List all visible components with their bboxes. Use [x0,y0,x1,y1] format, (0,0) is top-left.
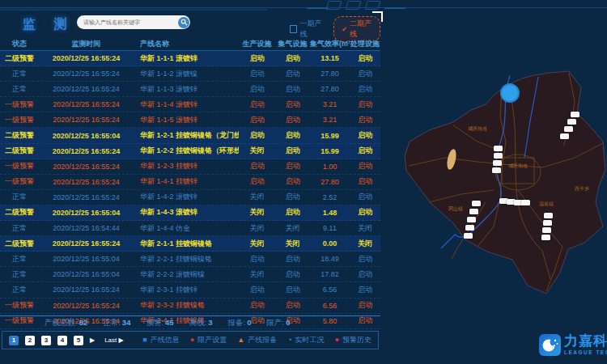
phase1-checkbox[interactable] [290,25,297,33]
table-row[interactable]: 正常 2020/12/25 16:55:04 华新 2-2-1 挂镀铜镍铬 启动… [0,252,380,267]
gas-state: 启动 [275,207,310,218]
line-name: 华新 1-1-3 滚镀锌 [134,84,239,95]
page-button[interactable]: 1 [9,336,19,345]
line-name: 华新 1-4-4 仿金 [134,223,239,234]
table-row[interactable]: 一级预警 2020/12/25 16:55:24 华新 2-3-2 挂镀镍铬 启… [0,298,380,314]
factory-marker[interactable] [571,112,579,117]
factory-marker[interactable] [492,167,501,173]
gas-state: 关闭 [275,239,310,249]
legend-icon: ● [335,336,339,344]
monitor-time: 2020/12/25 16:55:24 [39,85,134,93]
page-button[interactable]: 4 [57,336,67,345]
legend-item[interactable]: ▲ 产线报备 [237,335,277,345]
table-row[interactable]: 二级预警 2020/12/25 16:55:24 华新 1-1-1 滚镀锌 启动… [0,51,380,66]
search-box[interactable] [77,15,190,29]
status-badge: 正常 [0,285,39,295]
table-row[interactable]: 二级预警 2020/12/25 16:55:24 华新 2-1-1 挂镀铜镍铬 … [0,236,380,252]
factory-marker[interactable] [542,227,551,233]
factory-marker[interactable] [564,126,573,132]
production-state: 关闭 [239,239,275,249]
factory-marker[interactable] [521,200,530,205]
table-row[interactable]: 二级预警 2020/12/25 16:55:04 华新 1-2-1 挂镀铜镍铬（… [0,128,380,143]
legend-label: 产线报备 [248,335,277,345]
line-name: 华新 1-1-5 滚镀锌 [134,115,239,125]
efficiency-value: 1.48 [310,209,350,217]
page-button[interactable]: 5 [74,336,83,345]
factory-marker[interactable] [467,217,476,222]
monitor-time: 2020/12/25 16:55:24 [39,147,134,155]
line-name: 华新 1-2-3 挂镀锌 [134,161,239,171]
gas-state: 启动 [275,161,310,171]
summary-item: 产线总数:82 [45,318,87,328]
page-button[interactable]: 3 [41,336,51,345]
next-page-button[interactable]: ▶ [90,336,95,344]
status-badge: 一级预警 [0,115,39,125]
treatment-state: 关闭 [350,223,380,234]
col-treatment: 处理设施 [350,39,380,50]
factory-marker[interactable] [494,153,503,159]
legend-item[interactable]: ● 预警历史 [335,335,371,345]
table-row[interactable]: 一级预警 2020/12/25 16:55:24 华新 1-1-5 滚镀锌 启动… [0,112,380,128]
production-state: 关闭 [239,207,275,218]
factory-marker[interactable] [543,220,552,226]
topbar: 监 测 一期产线 ✔ 二期产线 [0,10,380,37]
efficiency-value: 18.49 [310,255,350,263]
table-row[interactable]: 一级预警 2020/12/25 16:55:24 华新 1-4-1 挂镀锌 启动… [0,175,380,190]
status-badge: 正常 [0,69,39,79]
table-row[interactable]: 正常 2020/12/25 16:55:24 华新 1-4-2 滚镀锌 关闭 启… [0,190,380,205]
factory-marker[interactable] [560,133,569,139]
table-row[interactable]: 二级预警 2020/12/25 16:55:04 华新 1-4-3 滚镀锌 关闭… [0,205,380,221]
table-row[interactable]: 正常 2020/12/25 16:55:04 华新 2-2-2 滚镀铜镍 关闭 … [0,267,380,282]
efficiency-value: 15.99 [310,132,350,140]
last-page-button[interactable]: Last ▶ [104,336,124,344]
table-row[interactable]: 正常 2020/12/25 16:55:24 华新 1-1-2 滚镀镍 启动 启… [0,66,380,82]
efficiency-value: 27.80 [310,85,350,93]
factory-marker[interactable] [567,119,576,125]
status-badge: 一级预警 [0,161,39,171]
factory-marker[interactable] [541,235,550,240]
table-row[interactable]: 一级预警 2020/12/25 16:55:24 华新 1-2-3 挂镀锌 启动… [0,159,380,175]
gas-state: 启动 [275,254,310,265]
gas-state: 关闭 [275,223,310,234]
factory-marker[interactable] [472,201,481,206]
status-badge: 正常 [0,254,39,265]
legend-item[interactable]: ■ 产线信息 [142,335,179,345]
factory-marker[interactable] [464,233,473,239]
production-state: 启动 [239,99,275,110]
summary-item: 正常:34 [103,318,130,328]
factory-marker[interactable] [544,213,553,218]
table-row[interactable]: 一级预警 2020/12/25 16:55:24 华新 1-1-4 滚镀锌 启动… [0,97,380,112]
page-button[interactable]: 2 [25,336,35,345]
search-input[interactable] [77,19,178,25]
status-badge: 一级预警 [0,176,39,187]
status-badge: 二级预警 [0,207,39,218]
monitor-time: 2020/12/25 16:54:44 [39,224,134,232]
factory-marker[interactable] [469,209,478,214]
legend-item[interactable]: ● 限产设置 [190,335,227,345]
alert-circle-marker[interactable] [500,83,520,103]
gas-state: 启动 [275,130,310,141]
legend-bar: ■ 产线信息 ● 限产设置 ▲ 产线报备 ◔ 实时工况 ● 预警历史 [142,335,371,345]
col-time: 监测时间 [39,39,134,50]
phase2-label: 二期产线 [350,19,372,40]
factory-marker[interactable] [465,225,474,231]
production-state: 启动 [239,53,275,64]
efficiency-value: 17.82 [310,270,350,278]
efficiency-value: 15.99 [310,147,350,155]
table-row[interactable]: 正常 2020/12/25 16:54:44 华新 1-4-4 仿金 关闭 关闭… [0,221,380,236]
page-title: 监 测 [23,16,74,33]
legend-item[interactable]: ◔ 实时工况 [287,335,324,345]
production-state: 启动 [239,285,275,295]
phase1-label[interactable]: 一期产线 [300,19,325,40]
table-row[interactable]: 正常 2020/12/25 16:55:24 华新 2-3-1 挂镀锌 启动 启… [0,282,380,298]
search-button[interactable] [178,17,189,28]
status-badge: 正常 [0,192,39,202]
status-badge: 一级预警 [0,99,39,110]
summary-item: 离线:3 [189,318,213,328]
table-row[interactable]: 正常 2020/12/25 16:55:24 华新 1-1-3 滚镀锌 启动 启… [0,82,380,97]
factory-marker[interactable] [493,160,502,166]
table-row[interactable]: 二级预警 2020/12/25 16:55:24 华新 1-2-2 挂镀铜镍铬（… [0,144,380,159]
district-map[interactable]: 城西街道城区街道西丰乡冈山镇温泉镇 [380,36,607,364]
efficiency-value: 2.52 [310,193,350,201]
factory-marker[interactable] [494,146,503,151]
